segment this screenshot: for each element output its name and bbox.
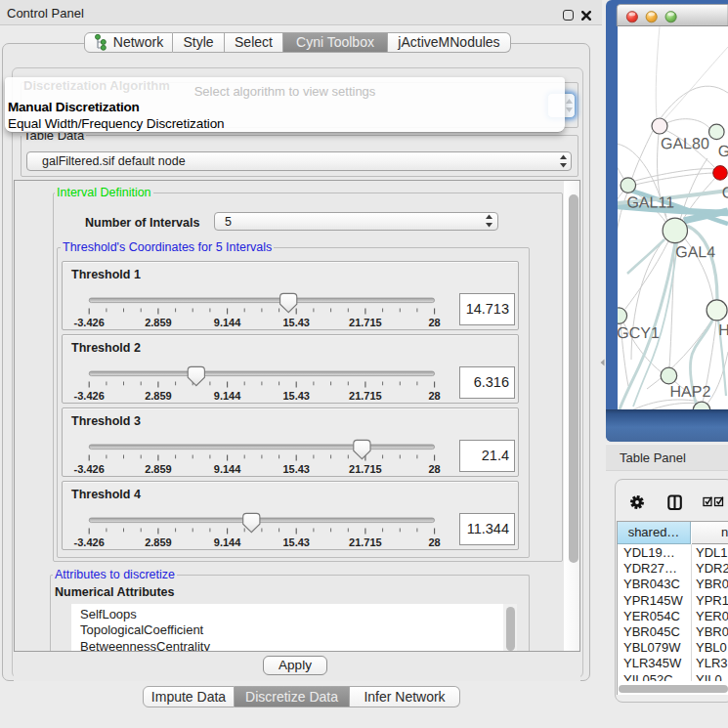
svg-text:C: C (722, 185, 728, 201)
svg-text:-3.426: -3.426 (74, 463, 105, 475)
svg-text:21.715: 21.715 (349, 317, 382, 328)
svg-text:2.859: 2.859 (145, 317, 172, 328)
svg-text:28: 28 (428, 317, 440, 328)
svg-text:9.144: 9.144 (214, 317, 241, 328)
svg-text:GAL4: GAL4 (675, 243, 715, 260)
svg-text:28: 28 (428, 390, 440, 402)
svg-text:15.43: 15.43 (282, 536, 310, 548)
svg-text:21.715: 21.715 (349, 463, 382, 475)
svg-text:15.43: 15.43 (282, 390, 310, 402)
svg-text:21.715: 21.715 (349, 390, 382, 402)
svg-text:15.43: 15.43 (282, 317, 310, 328)
svg-text:28: 28 (428, 536, 440, 548)
svg-text:9.144: 9.144 (214, 390, 241, 402)
svg-text:2.859: 2.859 (145, 536, 172, 548)
svg-text:2.859: 2.859 (145, 463, 172, 475)
svg-text:GAL80: GAL80 (661, 135, 709, 151)
svg-text:21.715: 21.715 (349, 536, 382, 548)
svg-text:9.144: 9.144 (214, 536, 241, 548)
svg-text:15.43: 15.43 (282, 463, 310, 475)
svg-text:G.: G. (718, 143, 728, 159)
svg-text:-3.426: -3.426 (74, 536, 105, 548)
svg-text:H: H (718, 321, 728, 338)
svg-text:GAL11: GAL11 (626, 193, 674, 210)
svg-text:2.859: 2.859 (145, 390, 172, 402)
svg-text:9.144: 9.144 (214, 463, 241, 475)
svg-text:-3.426: -3.426 (74, 317, 105, 328)
svg-text:HAP2: HAP2 (670, 383, 711, 400)
svg-text:-3.426: -3.426 (74, 390, 105, 402)
svg-text:GCY1: GCY1 (617, 324, 660, 341)
svg-text:28: 28 (428, 463, 440, 475)
